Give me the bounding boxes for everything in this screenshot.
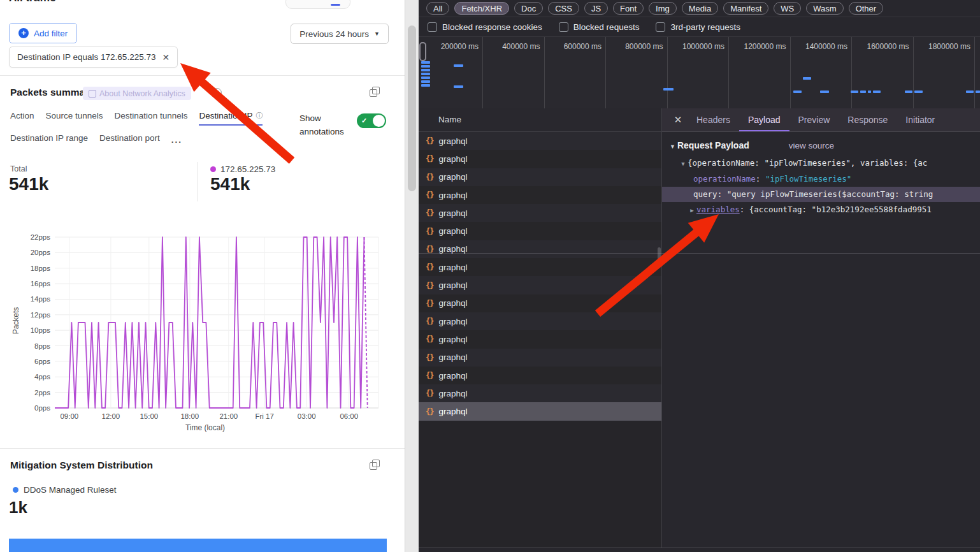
filter-pill-js[interactable]: JS	[584, 2, 608, 15]
filter-pill-fetch-xhr[interactable]: Fetch/XHR	[454, 2, 509, 15]
checkbox-blocked-requests[interactable]: Blocked requests	[559, 22, 640, 32]
table-row[interactable]: {}graphql	[419, 240, 661, 258]
checkbox-box[interactable]	[559, 22, 568, 32]
tab-destination-tunnels[interactable]: Destination tunnels	[115, 111, 188, 126]
divider	[0, 75, 405, 76]
time-range-dropdown[interactable]: Previous 24 hours ▼	[291, 24, 389, 44]
plus-icon: +	[18, 28, 29, 38]
svg-text:2pps: 2pps	[34, 389, 50, 396]
checkbox-box[interactable]	[428, 22, 437, 32]
tab-initiator[interactable]: Initiator	[897, 109, 944, 131]
svg-text:18:00: 18:00	[180, 412, 199, 419]
about-network-analytics-badge[interactable]: About Network Analytics	[83, 87, 191, 100]
table-row[interactable]: {}graphql	[419, 349, 661, 367]
request-list-scroll-thumb[interactable]	[658, 247, 661, 266]
add-filter-button[interactable]: + Add filter	[9, 23, 77, 43]
filter-pill-img[interactable]: Img	[649, 2, 677, 15]
payload-line[interactable]: ▼{operationName: "ipFlowTimeseries", var…	[662, 156, 980, 171]
table-row[interactable]: {}graphql	[419, 168, 661, 186]
tab-response[interactable]: Response	[839, 109, 897, 131]
filter-pill-other[interactable]: Other	[849, 2, 884, 15]
clipped-top-accent	[331, 4, 340, 6]
divider	[0, 448, 405, 449]
filter-pill-media[interactable]: Media	[682, 2, 718, 15]
table-row[interactable]: {}graphql	[419, 330, 661, 348]
payload-line[interactable]: query: "query ipFlowTimeseries($accountT…	[662, 187, 980, 202]
table-row[interactable]: {}graphql	[419, 222, 661, 240]
svg-text:22pps: 22pps	[31, 233, 51, 241]
packets-chart: 0pps2pps4pps6pps8pps10pps12pps14pps16pps…	[14, 228, 396, 439]
table-row[interactable]: {}graphql	[419, 204, 661, 222]
table-row[interactable]: {}graphql	[419, 150, 661, 168]
view-source-link[interactable]: view source	[789, 141, 834, 150]
left-scrollbar[interactable]	[405, 0, 419, 552]
request-timing-mark	[454, 64, 463, 67]
close-detail-icon[interactable]: ✕	[668, 114, 688, 126]
json-braces-icon: {}	[426, 191, 433, 200]
filter-pill-manifest[interactable]: Manifest	[723, 2, 768, 15]
tab-destination-ip[interactable]: Destination IPⓘ	[199, 111, 263, 126]
expand-card-icon[interactable]	[370, 460, 380, 470]
table-row[interactable]: {}graphql	[419, 384, 661, 402]
detail-tabs: ✕ HeadersPayloadPreviewResponseInitiator	[662, 108, 980, 132]
total-value: 541k	[9, 174, 48, 194]
table-row[interactable]: {}graphql	[419, 294, 661, 312]
disclosure-triangle-icon[interactable]: ▼	[679, 156, 688, 171]
json-braces-icon: {}	[426, 245, 433, 254]
table-row[interactable]: {}graphql	[419, 132, 661, 150]
svg-text:6pps: 6pps	[34, 358, 50, 365]
json-braces-icon: {}	[426, 353, 433, 362]
payload-line[interactable]: ▶variables: {accountTag: "b12e3b2192ee55…	[662, 202, 980, 218]
show-annotations-toggle[interactable]: ✓	[357, 113, 386, 128]
checkbox-3rd-party-requests[interactable]: 3rd-party requests	[656, 22, 740, 32]
disclosure-triangle-icon[interactable]: ▶	[688, 203, 696, 218]
payload-line[interactable]: operationName: "ipFlowTimeseries"	[662, 171, 980, 187]
filter-pill-css[interactable]: CSS	[548, 2, 579, 15]
checkbox-blocked-response-cookies[interactable]: Blocked response cookies	[428, 22, 542, 32]
network-overview-timeline[interactable]: 200000 ms400000 ms600000 ms800000 ms1000…	[419, 37, 980, 109]
close-icon[interactable]: ✕	[162, 52, 169, 62]
filter-pill-all[interactable]: All	[426, 2, 449, 15]
more-tabs-button[interactable]: ...	[171, 135, 182, 145]
tab-headers[interactable]: Headers	[688, 109, 739, 131]
total-label: Total	[10, 164, 27, 173]
tab-source-tunnels[interactable]: Source tunnels	[46, 111, 103, 126]
scrollbar-thumb[interactable]	[408, 25, 416, 191]
timeline-tick-label: 1600000 ms	[852, 42, 909, 51]
table-row[interactable]: {}graphql	[419, 258, 661, 276]
filter-pill-wasm[interactable]: Wasm	[806, 2, 843, 15]
table-row[interactable]: {}graphql	[419, 402, 661, 420]
json-braces-icon: {}	[426, 173, 433, 182]
table-row[interactable]: {}graphql	[419, 186, 661, 204]
json-braces-icon: {}	[426, 154, 433, 163]
payload-token: query: "query ipFlowTimeseries($accountT…	[693, 189, 933, 199]
toggle-knob	[373, 115, 385, 127]
filter-pill-ws[interactable]: WS	[774, 2, 801, 15]
checkbox-box[interactable]	[656, 22, 665, 32]
request-name: graphql	[438, 335, 467, 344]
mitigation-title: Mitigation System Distribution	[10, 460, 153, 471]
table-row[interactable]: {}graphql	[419, 367, 661, 384]
tab-preview[interactable]: Preview	[789, 109, 839, 131]
request-payload-section-header[interactable]: Request Payload view source	[670, 140, 980, 150]
chevron-down-icon: ▼	[374, 31, 380, 37]
svg-text:15:00: 15:00	[140, 412, 158, 419]
filter-pill-font[interactable]: Font	[613, 2, 644, 15]
filter-pill-doc[interactable]: Doc	[514, 2, 543, 15]
name-column-header[interactable]: Name	[419, 108, 661, 132]
series-label: 172.65.225.73	[220, 164, 275, 174]
request-timing-mark	[803, 77, 811, 80]
json-braces-icon: {}	[426, 407, 433, 416]
filter-chip[interactable]: Destination IP equals 172.65.225.73 ✕	[9, 47, 178, 68]
timeline-tick-label: 600000 ms	[544, 42, 602, 51]
tab-destination-port[interactable]: Destination port	[99, 133, 160, 147]
table-row[interactable]: {}graphql	[419, 276, 661, 294]
expand-card-icon[interactable]	[370, 87, 380, 97]
table-row[interactable]: {}graphql	[419, 312, 661, 330]
tab-payload[interactable]: Payload	[739, 109, 789, 131]
tab-destination-ip-range[interactable]: Destination IP range	[10, 133, 88, 147]
tab-action[interactable]: Action	[10, 111, 34, 126]
payload-token: operationName	[693, 174, 756, 184]
mitigation-legend-label: DDoS Managed Ruleset	[24, 485, 117, 495]
json-braces-icon: {}	[426, 299, 433, 308]
